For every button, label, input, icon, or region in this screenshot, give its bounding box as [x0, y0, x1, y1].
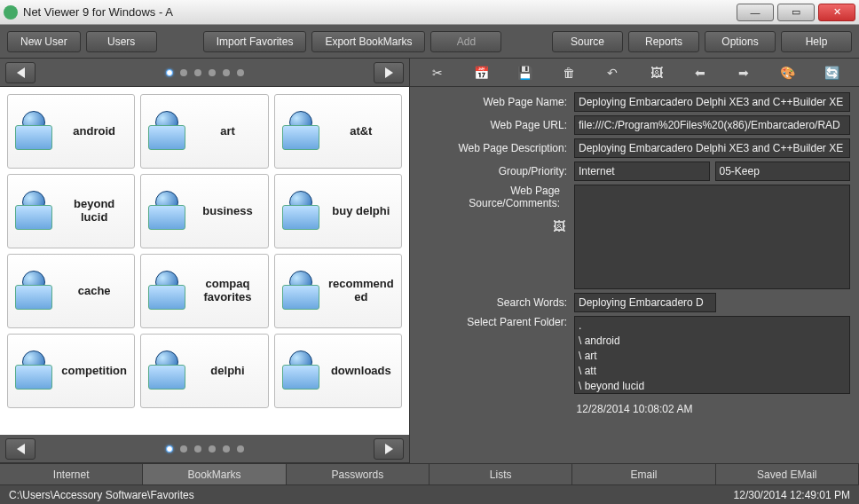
name-input[interactable] [574, 92, 850, 112]
pager-dot[interactable] [223, 445, 230, 453]
bookmark-card[interactable]: at&t [274, 94, 402, 169]
priority-select[interactable]: 05-Keep [715, 161, 851, 181]
pager-dots-bottom [166, 445, 244, 453]
bookmark-card[interactable]: downloads [274, 334, 402, 408]
import-favorites-button[interactable]: Import Favorites [203, 31, 307, 52]
bottom-pager [0, 435, 409, 463]
calendar-icon[interactable]: 📅 [473, 65, 489, 81]
pager-dot[interactable] [180, 445, 187, 453]
pager-dot[interactable] [223, 69, 230, 76]
source-textarea[interactable] [574, 185, 850, 289]
tab-internet[interactable]: Internet [0, 464, 143, 484]
bookmark-card[interactable]: recommended [274, 254, 402, 328]
bookmark-label: compaq favorites [193, 278, 262, 304]
parent-folder-list[interactable]: .\ android\ art\ att\ beyond lucid [574, 316, 850, 394]
tab-email[interactable]: Email [572, 464, 715, 484]
bookmark-card[interactable]: cache [7, 254, 135, 328]
label-desc: Web Page Description: [419, 142, 574, 154]
bookmark-label: downloads [327, 365, 396, 378]
close-button[interactable]: ✕ [818, 4, 855, 21]
parent-folder-item[interactable]: \ android [579, 334, 846, 349]
reports-button[interactable]: Reports [628, 31, 699, 52]
action-iconbar: ✂📅💾🗑↶🖼⬅➡🎨🔄 [410, 59, 859, 87]
add-button[interactable]: Add [430, 31, 501, 52]
bookmark-label: at&t [327, 125, 396, 138]
bookmark-card[interactable]: delphi [140, 334, 268, 408]
page-next-top[interactable] [374, 62, 404, 83]
label-name: Web Page Name: [419, 96, 574, 108]
pager-dot[interactable] [194, 445, 201, 453]
parent-folder-item[interactable]: \ art [579, 349, 846, 364]
group-select[interactable]: Internet [574, 161, 710, 181]
pager-dot[interactable] [209, 69, 216, 76]
export-bookmarks-button[interactable]: Export BookMarks [311, 31, 425, 52]
desc-input[interactable] [574, 138, 850, 158]
bookmark-label: recommended [327, 278, 396, 304]
options-button[interactable]: Options [705, 31, 776, 52]
users-button[interactable]: Users [86, 31, 157, 52]
pager-dot[interactable] [209, 445, 216, 453]
label-parent: Select Parent Folder: [419, 316, 574, 328]
bookmark-card[interactable]: business [140, 174, 268, 248]
bookmark-card[interactable]: compaq favorites [140, 254, 268, 328]
page-next-bottom[interactable] [374, 438, 404, 460]
label-source: Web Page Source/Comments: [419, 185, 567, 209]
bookmark-card[interactable]: android [7, 94, 135, 169]
minimize-button[interactable]: — [737, 4, 774, 21]
new-user-button[interactable]: New User [7, 31, 81, 52]
url-input[interactable] [574, 115, 850, 135]
toolbar: New User Users Import Favorites Export B… [0, 25, 859, 59]
status-path: C:\Users\Accessory Software\Favorites [9, 489, 194, 501]
maximize-button[interactable]: ▭ [777, 4, 815, 21]
folder-globe-icon [146, 109, 187, 154]
source-button[interactable]: Source [552, 31, 623, 52]
app-icon [4, 5, 18, 20]
window-title: Net Viewer 9 for Windows - A [23, 5, 733, 19]
page-prev-top[interactable] [5, 62, 35, 83]
bookmark-card[interactable]: beyond lucid [7, 174, 135, 248]
tab-saved-email[interactable]: Saved EMail [716, 464, 859, 484]
cut-icon[interactable]: ✂ [430, 65, 445, 81]
bookmark-label: art [193, 125, 262, 138]
parent-folder-item[interactable]: . [579, 319, 846, 334]
parent-folder-item[interactable]: \ beyond lucid [579, 379, 846, 394]
detail-timestamp: 12/28/2014 10:08:02 AM [410, 401, 859, 416]
bookmark-label: cache [59, 285, 129, 298]
folder-globe-icon [13, 109, 54, 154]
parent-folder-item[interactable]: \ att [579, 364, 846, 379]
label-group: Group/Priority: [419, 165, 574, 177]
bookmark-card[interactable]: competition [7, 334, 135, 408]
search-input[interactable] [574, 293, 716, 312]
arrow-right-icon[interactable]: ➡ [736, 65, 752, 81]
image-insert-icon[interactable]: 🖼 [551, 218, 567, 234]
left-pane: androidartat&tbeyond lucidbusinessbuy de… [0, 59, 410, 463]
bookmark-card[interactable]: art [140, 94, 268, 169]
bookmark-card[interactable]: buy delphi [274, 174, 402, 248]
label-search: Search Words: [419, 296, 574, 309]
tab-lists[interactable]: Lists [430, 464, 572, 484]
trash-icon[interactable]: 🗑 [561, 65, 577, 81]
pager-dot[interactable] [166, 445, 173, 453]
pager-dot[interactable] [237, 69, 244, 76]
status-time: 12/30/2014 12:49:01 PM [734, 489, 850, 501]
pager-dots-top [166, 69, 244, 76]
folder-globe-icon [280, 349, 321, 393]
tab-passwords[interactable]: Passwords [287, 464, 430, 484]
arrow-left-icon[interactable]: ⬅ [692, 65, 708, 81]
refresh-icon[interactable]: 🔄 [824, 65, 839, 81]
bookmark-label: competition [59, 365, 129, 378]
color-icon[interactable]: 🎨 [780, 65, 796, 81]
pager-dot[interactable] [194, 69, 201, 76]
folder-globe-icon [13, 349, 54, 393]
save-icon[interactable]: 💾 [516, 65, 532, 81]
tab-bookmarks[interactable]: BookMarks [143, 464, 286, 484]
undo-icon[interactable]: ↶ [604, 65, 620, 81]
help-button[interactable]: Help [781, 31, 852, 52]
bookmark-grid: androidartat&tbeyond lucidbusinessbuy de… [0, 87, 409, 415]
pager-dot[interactable] [237, 445, 244, 453]
bookmark-label: business [193, 205, 262, 218]
image-icon[interactable]: 🖼 [649, 65, 665, 81]
pager-dot[interactable] [180, 69, 187, 76]
page-prev-bottom[interactable] [5, 438, 35, 460]
pager-dot[interactable] [166, 69, 173, 76]
